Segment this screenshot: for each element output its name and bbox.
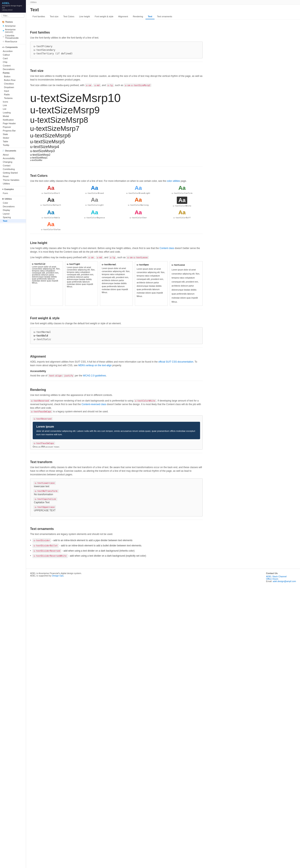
- footer-office-hours: Office Hours: [266, 578, 296, 580]
- sidebar-item-checkbox[interactable]: Checkbox: [0, 82, 26, 86]
- sidebar-item-ameriprise[interactable]: Ameriprise: [0, 24, 26, 28]
- sidebar-item-contact[interactable]: Contact: [0, 164, 26, 167]
- sidebar-item-reset[interactable]: Reset: [0, 175, 26, 178]
- sidebar-item-decorations-util[interactable]: Decorations: [0, 205, 26, 208]
- sidebar-search-area: [0, 13, 26, 19]
- section-text-size: Text size Use text size utilities to mod…: [30, 67, 203, 163]
- sidebar-item-about[interactable]: About: [0, 153, 26, 156]
- lh-text-open: Lorem ipsum dolor sit amet consectetur a…: [137, 267, 166, 298]
- sidebar-item-columbia[interactable]: Columbia Threadneedle: [0, 34, 26, 40]
- tab-line-height[interactable]: Line height: [77, 14, 92, 19]
- sidebar-item-content[interactable]: Content: [0, 64, 26, 67]
- size-msrp3: u-textSizeMsrp3: [30, 149, 203, 153]
- sidebar-item-changing[interactable]: Changing: [0, 160, 26, 164]
- sidebar-item-contributing[interactable]: Contributing: [0, 167, 26, 171]
- dot-icon: [3, 30, 4, 31]
- content-reversed-link[interactable]: Content-reversed class: [82, 403, 106, 406]
- office-hours-link[interactable]: Office Hours: [266, 578, 278, 580]
- sidebar-item-button[interactable]: Button: [0, 75, 26, 78]
- sidebar-item-callout[interactable]: Callout: [0, 53, 26, 57]
- email-link[interactable]: adel.design@ampf.com: [273, 580, 296, 583]
- tab-font-families[interactable]: Font families: [30, 14, 47, 19]
- sidebar-item-stoker[interactable]: Stoker: [0, 136, 26, 140]
- filter-input[interactable]: [2, 14, 24, 18]
- tab-alignment[interactable]: Alignment: [116, 14, 130, 19]
- examples-icon: ✦: [2, 188, 4, 190]
- slack-link[interactable]: ADEL Slack Channel: [266, 575, 287, 578]
- sidebar-item-utilities-doc[interactable]: Utilities: [0, 182, 26, 185]
- ornament-item-divider-reversed: u-textDividerReversed - add when using a…: [30, 548, 203, 554]
- size-msrp8: u-textSizeMsrp8: [30, 116, 203, 125]
- sidebar-item-ameriprise-secure[interactable]: Ameriprise (secure): [0, 28, 26, 34]
- sidebar-item-tooltip[interactable]: Tooltip: [0, 143, 26, 147]
- sidebar-item-link[interactable]: Link: [0, 103, 26, 107]
- design-ops-link[interactable]: Design Ops: [52, 575, 63, 577]
- sidebar-item-color[interactable]: Color: [0, 201, 26, 205]
- tab-font-weight[interactable]: Font weight & style: [92, 14, 116, 19]
- color-aa-default: Aa: [47, 197, 54, 203]
- documents-header[interactable]: 📄 Documents: [0, 149, 26, 153]
- color-label-confirm: u-textColorConfirm: [172, 192, 192, 194]
- text-align-code: text-align: justify: [48, 374, 74, 377]
- examples-header[interactable]: ✦ Examples: [0, 187, 26, 191]
- fw-item-bold: u-textBold: [33, 334, 199, 338]
- footer-line1: ADEL is Ameriprise Financial's digital d…: [30, 572, 82, 575]
- sidebar-section-components: </> Components Accordion Callout Card Ch…: [0, 44, 26, 148]
- sidebar-item-notification[interactable]: Notification: [0, 118, 26, 122]
- sidebar-item-page-header[interactable]: Page Header: [0, 122, 26, 125]
- page-header: Text Font families Text size Text Colors…: [26, 5, 300, 20]
- suit-css-link[interactable]: official SUIT CSS documentation: [158, 360, 193, 363]
- sidebar-item-icons[interactable]: Icons: [0, 100, 26, 103]
- components-icon: </>: [2, 46, 5, 49]
- lh-example: u-sm-u-textLoose: [126, 256, 149, 259]
- sidebar-item-accordion[interactable]: Accordion: [0, 49, 26, 53]
- tab-rendering[interactable]: Rendering: [130, 14, 146, 19]
- sidebar-item-loading[interactable]: Loading: [0, 111, 26, 114]
- sidebar-item-form[interactable]: Form: [0, 191, 26, 195]
- color-utilities-link[interactable]: color utilities: [167, 180, 180, 182]
- wcag-link[interactable]: WCAG 2.0 guidelines: [83, 374, 106, 377]
- transform-row-capitalize: u-textCapitalize Capitalize Text: [33, 497, 199, 504]
- sidebar-item-input[interactable]: Input: [0, 89, 26, 93]
- mdn-link[interactable]: MDN's writeup on the text-align: [78, 364, 112, 367]
- ornament-item-divider: u-textDivider - add to an inline-block e…: [30, 538, 203, 543]
- utilities-header[interactable]: ⚙ Utilities: [0, 197, 26, 201]
- sidebar-item-theme-variables[interactable]: Theme Variables: [0, 178, 26, 182]
- tab-text-colors[interactable]: Text Colors: [61, 14, 77, 19]
- sidebar-item-table[interactable]: Table: [0, 140, 26, 143]
- sidebar-item-riversource[interactable]: RiverSource: [0, 40, 26, 43]
- sidebar-item-layout[interactable]: Layout: [0, 212, 26, 216]
- sidebar-item-chip[interactable]: Chip: [0, 60, 26, 64]
- content-class-link[interactable]: Content class: [159, 247, 174, 250]
- section-font-weight: Font weight & style Use font weight util…: [30, 314, 203, 344]
- sidebar-item-getting-started[interactable]: Getting Started: [0, 171, 26, 175]
- u-textColorWhite-code: u-textColorWhite: [134, 399, 156, 402]
- font-list-item: u-textTertiary (if defined): [33, 52, 199, 55]
- tab-bar: Font families Text size Text Colors Line…: [30, 14, 296, 19]
- sidebar-item-spacing[interactable]: Spacing: [0, 216, 26, 219]
- sidebar-item-progress-bar[interactable]: Progress Bar: [0, 129, 26, 132]
- line-height-title: Line height: [30, 239, 203, 245]
- sidebar-item-dropdown[interactable]: Dropdown: [0, 86, 26, 89]
- sidebar-item-button-row[interactable]: Button Row: [0, 78, 26, 82]
- sidebar-item-modal[interactable]: Modal: [0, 114, 26, 118]
- sidebar-section-examples: ✦ Examples Form: [0, 186, 26, 196]
- text-transform-title: Text transform: [30, 458, 203, 464]
- sidebar-item-state[interactable]: State: [0, 132, 26, 136]
- sidebar-item-radio[interactable]: Radio: [0, 93, 26, 96]
- tab-text[interactable]: Text: [146, 14, 155, 19]
- sidebar-item-forms[interactable]: Forms: [0, 71, 26, 75]
- sidebar-item-textarea[interactable]: Textarea: [0, 96, 26, 100]
- themes-header[interactable]: 🎨 Themes: [0, 20, 26, 24]
- breadcrumb: Utilities: [26, 0, 300, 5]
- sidebar-item-card[interactable]: Card: [0, 57, 26, 60]
- sidebar-item-list[interactable]: List: [0, 107, 26, 111]
- components-header[interactable]: </> Components: [0, 45, 26, 49]
- tab-text-size[interactable]: Text size: [47, 14, 61, 19]
- tab-text-ornaments[interactable]: Text ornaments: [154, 14, 174, 19]
- sidebar-item-decorations[interactable]: Decorations: [0, 67, 26, 71]
- sidebar-item-accessibility[interactable]: Accessibility: [0, 156, 26, 160]
- sidebar-item-text[interactable]: Text: [0, 219, 26, 223]
- sidebar-item-popover[interactable]: Popover: [0, 125, 26, 129]
- sidebar-item-display[interactable]: Display: [0, 208, 26, 212]
